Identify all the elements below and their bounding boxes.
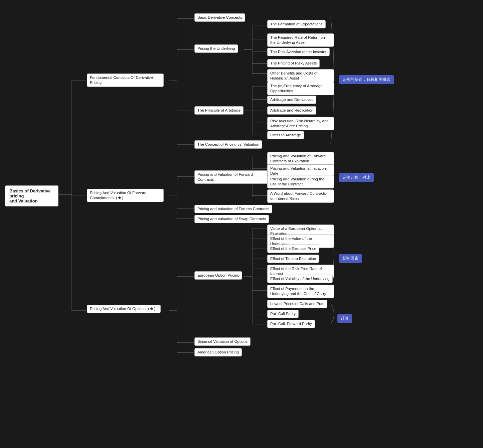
- l3-pricing-risky-label: The Pricing of Risky Assets: [267, 59, 320, 67]
- l3-eu-exercise-label: Effect of the Exercise Price: [267, 245, 319, 253]
- l2-arbitrage: The Principle of Arbitrage: [194, 106, 244, 115]
- l3-formation-label: The Formation of Expectations: [267, 20, 326, 28]
- connector-svg: [0, 0, 483, 448]
- l3-eu-lowest: Lowest Prices of Calls and Puts: [267, 300, 327, 308]
- canvas: Basics of Derivative pricing and Valuati…: [0, 0, 483, 448]
- badge-influence-label: 影响因素: [339, 254, 362, 263]
- l2-basic-label: Basic Derivative Concepts: [194, 13, 245, 22]
- l1-options: Pricing And Valuation Of Options（★）: [87, 305, 161, 313]
- l3-other-benefits: Other Benefits and Costs of Holding an A…: [267, 69, 334, 83]
- l2-american: American Option Pricing: [194, 348, 242, 356]
- l3-eu-volatility-label: Effect of Volatility of the Underlying: [267, 275, 333, 283]
- l2-swap-label: Pricing and Valuation of Swap Contracts: [194, 215, 269, 223]
- l3-risk-aversion: The Risk Aversion of the Investor: [267, 48, 330, 56]
- l1-options-label: Pricing And Valuation Of Options（★）: [87, 305, 161, 313]
- l3-fwd-expiration: Pricing and Valuation of Forward Contrac…: [267, 152, 334, 165]
- l3-eu-parity-label: Put–Call Parity: [267, 310, 299, 318]
- badge-calc: 计算: [337, 314, 352, 323]
- root-label: Basics of Derivative pricing and Valuati…: [5, 185, 58, 206]
- l2-american-label: American Option Pricing: [194, 348, 242, 356]
- badge-fundamental-label: 定价的基础，解释相关概念: [339, 75, 394, 84]
- root-node: Basics of Derivative pricing and Valuati…: [5, 185, 58, 206]
- l3-fwd-interest-label: A Word about Forward Contracts on Intere…: [267, 189, 334, 203]
- l3-risk-neutrality: Risk Aversion, Risk Neutrality, and Arbi…: [267, 117, 334, 130]
- l3-limits: Limits to Arbitrage: [267, 131, 304, 139]
- l3-required-rate: The Required Rate of Return on the Under…: [267, 33, 334, 47]
- l2-forward-contracts-label: Pricing and Valuation of Forward Contrac…: [194, 170, 268, 184]
- badge-fundamental: 定价的基础，解释相关概念: [339, 75, 394, 84]
- l3-fwd-life: Pricing and Valuation during the Life of…: [267, 175, 334, 188]
- l3-infrequency: The (In)Frequency of Arbitrage Opportuni…: [267, 82, 334, 95]
- l3-arb-replication: Arbitrage and Replication: [267, 106, 316, 115]
- l2-binomial: Binomial Valuation of Options: [194, 337, 251, 346]
- l2-european: European Option Pricing: [194, 271, 242, 280]
- l1-fundamental-label: Fundamental Concepts Of Derivative Prici…: [87, 73, 164, 87]
- l3-infrequency-label: The (In)Frequency of Arbitrage Opportuni…: [267, 82, 334, 95]
- badge-forward-label: 定价计算、对比: [339, 173, 374, 182]
- l3-required-rate-label: The Required Rate of Return on the Under…: [267, 33, 334, 47]
- l2-futures-label: Pricing and Valuation of Futures Contrac…: [194, 205, 272, 213]
- l3-fwd-interest: A Word about Forward Contracts on Intere…: [267, 189, 334, 203]
- l2-concept-label: The Concept of Pricing vs. Valuation: [194, 140, 262, 149]
- l2-arbitrage-label: The Principle of Arbitrage: [194, 106, 244, 115]
- l2-concept: The Concept of Pricing vs. Valuation: [194, 140, 262, 149]
- l3-eu-fwd-parity: Put–Call–Forward Parity: [267, 320, 315, 328]
- l3-eu-volatility: Effect of Volatility of the Underlying: [267, 275, 333, 283]
- l2-swap: Pricing and Valuation of Swap Contracts: [194, 215, 269, 223]
- l2-pricing-underlying-label: Pricing the Underlying: [194, 44, 238, 53]
- l2-basic: Basic Derivative Concepts: [194, 13, 245, 22]
- badge-influence: 影响因素: [339, 254, 362, 263]
- l3-other-benefits-label: Other Benefits and Costs of Holding an A…: [267, 69, 334, 83]
- l3-pricing-risky: The Pricing of Risky Assets: [267, 59, 320, 67]
- l3-arb-derivatives-label: Arbitrage and Derivatives: [267, 96, 316, 104]
- l3-eu-time: Effect of Time to Expiration: [267, 255, 319, 263]
- l1-fundamental: Fundamental Concepts Of Derivative Prici…: [87, 73, 164, 87]
- l3-eu-fwd-parity-label: Put–Call–Forward Parity: [267, 320, 315, 328]
- l3-eu-payments-label: Effect of Payments on the Underlying and…: [267, 285, 334, 298]
- l3-eu-time-label: Effect of Time to Expiration: [267, 255, 319, 263]
- l3-eu-payments: Effect of Payments on the Underlying and…: [267, 285, 334, 298]
- l1-forward-label: Pricing And Valuation Of Forward Commitm…: [87, 189, 164, 202]
- l2-european-label: European Option Pricing: [194, 271, 242, 280]
- l3-eu-lowest-label: Lowest Prices of Calls and Puts: [267, 300, 327, 308]
- badge-forward: 定价计算、对比: [339, 173, 374, 182]
- l3-eu-exercise: Effect of the Exercise Price: [267, 245, 319, 253]
- l3-formation: The Formation of Expectations: [267, 20, 326, 28]
- l3-risk-aversion-label: The Risk Aversion of the Investor: [267, 48, 330, 56]
- l1-forward: Pricing And Valuation Of Forward Commitm…: [87, 189, 164, 202]
- l3-eu-parity: Put–Call Parity: [267, 310, 299, 318]
- l3-fwd-expiration-label: Pricing and Valuation of Forward Contrac…: [267, 152, 334, 165]
- l3-arb-derivatives: Arbitrage and Derivatives: [267, 96, 316, 104]
- l3-arb-replication-label: Arbitrage and Replication: [267, 106, 316, 115]
- l3-fwd-life-label: Pricing and Valuation during the Life of…: [267, 175, 334, 188]
- l2-pricing-underlying: Pricing the Underlying: [194, 44, 238, 53]
- l2-futures: Pricing and Valuation of Futures Contrac…: [194, 205, 272, 213]
- l2-forward-contracts: Pricing and Valuation of Forward Contrac…: [194, 170, 268, 184]
- l3-risk-neutrality-label: Risk Aversion, Risk Neutrality, and Arbi…: [267, 117, 334, 130]
- badge-calc-label: 计算: [337, 314, 352, 323]
- l2-binomial-label: Binomial Valuation of Options: [194, 337, 251, 346]
- l3-limits-label: Limits to Arbitrage: [267, 131, 304, 139]
